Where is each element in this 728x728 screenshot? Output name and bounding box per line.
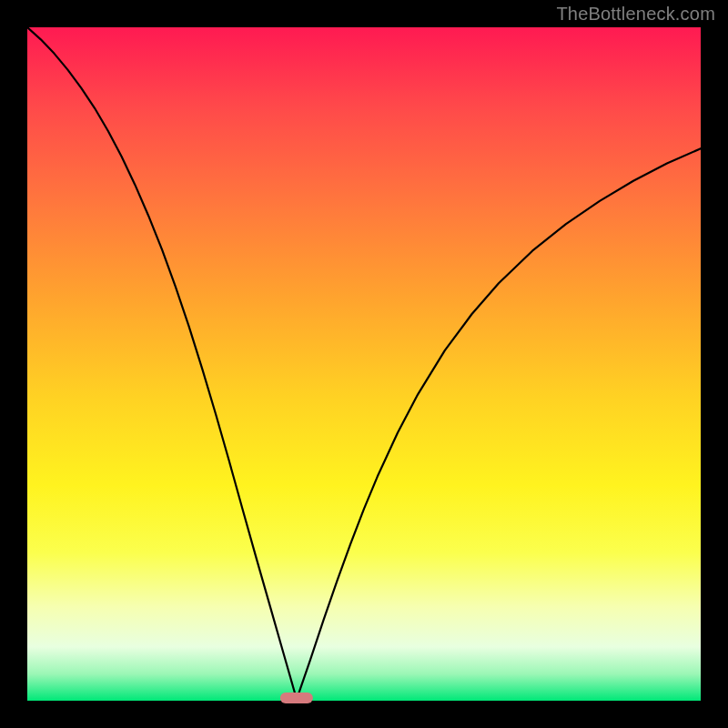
plot-area	[27, 27, 701, 701]
chart-frame: TheBottleneck.com	[0, 0, 728, 728]
watermark-text: TheBottleneck.com	[556, 4, 715, 25]
curve-layer	[27, 27, 701, 701]
optimum-marker	[280, 693, 313, 703]
bottleneck-curve	[27, 27, 701, 700]
